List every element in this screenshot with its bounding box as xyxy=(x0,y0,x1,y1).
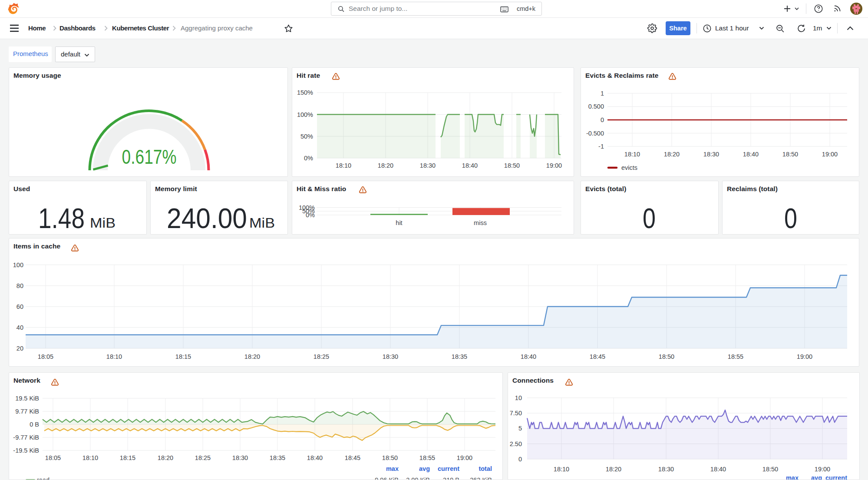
svg-text:18:55: 18:55 xyxy=(728,353,743,360)
svg-text:40: 40 xyxy=(17,324,23,331)
svg-text:319 B: 319 B xyxy=(443,477,459,480)
svg-text:19:00: 19:00 xyxy=(457,454,472,461)
svg-text:-0.500: -0.500 xyxy=(586,130,604,137)
svg-text:1.48: 1.48 xyxy=(38,203,85,234)
svg-text:18:15: 18:15 xyxy=(175,353,191,360)
svg-text:50%: 50% xyxy=(300,133,313,140)
svg-text:60: 60 xyxy=(17,303,23,310)
svg-text:363 KiB: 363 KiB xyxy=(470,477,492,480)
svg-text:18:15: 18:15 xyxy=(120,454,135,461)
svg-text:18:50: 18:50 xyxy=(659,353,674,360)
svg-text:18:40: 18:40 xyxy=(743,151,759,158)
svg-text:18:20: 18:20 xyxy=(244,353,260,360)
svg-text:18:30: 18:30 xyxy=(383,353,398,360)
svg-text:18:30: 18:30 xyxy=(658,466,674,473)
svg-text:18:40: 18:40 xyxy=(710,466,726,473)
svg-text:avg: avg xyxy=(811,474,822,480)
svg-text:0: 0 xyxy=(601,116,604,123)
svg-text:hit: hit xyxy=(396,219,402,226)
svg-text:evicts: evicts xyxy=(621,164,637,171)
svg-text:current: current xyxy=(825,474,847,480)
svg-text:0: 0 xyxy=(784,203,797,234)
svg-text:240.00: 240.00 xyxy=(167,203,247,234)
svg-text:150%: 150% xyxy=(297,89,313,96)
svg-text:MiB: MiB xyxy=(90,215,116,231)
svg-text:-9.77 KiB: -9.77 KiB xyxy=(13,434,39,441)
svg-text:1: 1 xyxy=(601,90,604,97)
svg-text:3.00 KiB: 3.00 KiB xyxy=(406,477,430,480)
svg-text:avg: avg xyxy=(419,465,430,472)
svg-text:18:45: 18:45 xyxy=(345,454,360,461)
svg-text:100%: 100% xyxy=(297,111,313,118)
svg-text:10: 10 xyxy=(515,394,522,401)
svg-text:18:40: 18:40 xyxy=(307,454,323,461)
svg-text:current: current xyxy=(438,465,459,472)
svg-text:100: 100 xyxy=(13,262,23,268)
svg-text:18:35: 18:35 xyxy=(270,454,285,461)
svg-text:18:10: 18:10 xyxy=(106,353,122,360)
svg-text:18:30: 18:30 xyxy=(703,151,719,158)
svg-text:0%: 0% xyxy=(306,212,315,218)
svg-text:18:35: 18:35 xyxy=(452,353,467,360)
svg-text:0.500: 0.500 xyxy=(588,103,604,110)
svg-text:19:00: 19:00 xyxy=(822,151,838,158)
svg-text:18:10: 18:10 xyxy=(83,454,98,461)
svg-text:19:00: 19:00 xyxy=(797,353,812,360)
svg-text:max: max xyxy=(386,465,399,472)
svg-text:0.617%: 0.617% xyxy=(122,145,177,168)
svg-text:0: 0 xyxy=(518,456,522,463)
svg-text:MiB: MiB xyxy=(249,215,275,231)
svg-text:18:25: 18:25 xyxy=(314,353,329,360)
svg-text:18:45: 18:45 xyxy=(590,353,605,360)
svg-text:miss: miss xyxy=(474,219,487,226)
svg-text:0%: 0% xyxy=(304,155,313,162)
svg-text:max: max xyxy=(786,474,799,480)
svg-text:19:00: 19:00 xyxy=(815,466,830,473)
svg-text:18:10: 18:10 xyxy=(554,466,569,473)
svg-text:7.50: 7.50 xyxy=(510,410,522,417)
svg-text:0: 0 xyxy=(643,203,656,234)
svg-text:2.50: 2.50 xyxy=(510,440,522,447)
svg-text:-1: -1 xyxy=(598,143,604,150)
svg-text:18:50: 18:50 xyxy=(782,151,798,158)
svg-text:80: 80 xyxy=(17,282,23,289)
svg-text:18:40: 18:40 xyxy=(521,353,536,360)
svg-text:18:40: 18:40 xyxy=(462,162,478,169)
svg-text:0 B: 0 B xyxy=(30,421,39,428)
svg-text:read: read xyxy=(37,477,50,480)
svg-text:18:20: 18:20 xyxy=(378,162,393,169)
svg-text:18:50: 18:50 xyxy=(382,454,398,461)
svg-text:18:30: 18:30 xyxy=(232,454,248,461)
svg-text:18:55: 18:55 xyxy=(419,454,435,461)
svg-text:total: total xyxy=(479,465,492,472)
svg-text:18:05: 18:05 xyxy=(38,353,53,360)
svg-text:18:05: 18:05 xyxy=(45,454,61,461)
svg-text:19:00: 19:00 xyxy=(546,162,562,169)
svg-text:18:10: 18:10 xyxy=(336,162,351,169)
svg-text:18:20: 18:20 xyxy=(664,151,680,158)
svg-text:5: 5 xyxy=(518,425,522,432)
svg-text:20: 20 xyxy=(17,345,23,352)
svg-text:18:20: 18:20 xyxy=(158,454,173,461)
svg-text:18:25: 18:25 xyxy=(195,454,211,461)
svg-text:9.77 KiB: 9.77 KiB xyxy=(15,408,39,415)
svg-text:-19.5 KiB: -19.5 KiB xyxy=(13,447,39,454)
svg-text:18:50: 18:50 xyxy=(762,466,778,473)
svg-text:18:10: 18:10 xyxy=(624,151,640,158)
svg-text:19.5 KiB: 19.5 KiB xyxy=(15,395,39,402)
svg-text:18:20: 18:20 xyxy=(606,466,621,473)
svg-text:18:30: 18:30 xyxy=(420,162,436,169)
svg-text:9.96 KiB: 9.96 KiB xyxy=(375,477,399,480)
svg-text:18:50: 18:50 xyxy=(504,162,520,169)
